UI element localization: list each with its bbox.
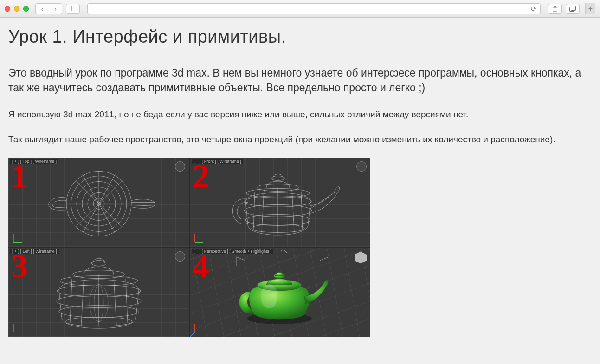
share-button[interactable] <box>548 4 562 14</box>
svg-line-29 <box>253 192 255 230</box>
svg-line-30 <box>301 192 303 230</box>
viewport-shade-icon <box>356 161 367 172</box>
viewport-top: [ + ] [ Top ] [ Wireframe ] 1 <box>8 158 189 247</box>
svg-point-32 <box>271 176 284 181</box>
svg-rect-4 <box>570 7 574 11</box>
reload-icon[interactable]: ⟳ <box>531 5 536 13</box>
teapot-shaded <box>229 259 331 329</box>
teapot-top-wireframe <box>39 165 159 243</box>
viewport-perspective: [ + ] [ Perspective ] [ Smooth + Highlig… <box>190 248 370 337</box>
svg-line-40 <box>81 276 84 326</box>
tabs-icon <box>569 6 576 12</box>
viewports-image: [ + ] [ Top ] [ Wireframe ] 1 <box>8 158 370 337</box>
viewcube-icon <box>355 251 367 263</box>
svg-point-45 <box>91 261 106 266</box>
maximize-window-button[interactable] <box>23 6 29 12</box>
back-button[interactable]: ‹ <box>36 4 49 14</box>
viewport-label: [ + ] [ Left ] [ Wireframe ] <box>10 249 59 254</box>
close-window-button[interactable] <box>5 6 10 12</box>
svg-rect-0 <box>70 6 76 11</box>
svg-point-51 <box>261 284 277 308</box>
axis-gizmo-icon <box>193 230 206 244</box>
axis-gizmo-icon <box>11 320 25 334</box>
viewport-left: [ + ] [ Left ] [ Wireframe ] 3 <box>8 248 189 337</box>
nav-history-group: ‹ › <box>35 3 62 14</box>
svg-line-28 <box>292 190 294 232</box>
viewport-label: [ + ] [ Perspective ] [ Smooth + Highlig… <box>192 249 273 254</box>
window-controls <box>5 6 29 12</box>
viewport-label: [ + ] [ Front ] [ Wireframe ] <box>192 159 243 164</box>
page-content: Урок 1. Интерфейс и примитивы. Это вводн… <box>0 18 600 364</box>
share-icon <box>552 6 558 12</box>
svg-line-33 <box>310 192 335 209</box>
paragraph-1: Я использую 3d max 2011, но не беда если… <box>8 108 592 121</box>
svg-line-43 <box>126 279 128 323</box>
viewport-front: [ + ] [ Front ] [ Wireframe ] 2 <box>190 158 370 247</box>
browser-toolbar: ‹ › ⟳ + <box>0 0 600 18</box>
new-tab-button[interactable]: + <box>585 3 595 14</box>
viewport-shade-icon <box>175 251 185 262</box>
svg-line-42 <box>70 279 72 323</box>
page-title: Урок 1. Интерфейс и примитивы. <box>8 27 592 47</box>
minimize-window-button[interactable] <box>14 6 19 12</box>
address-bar[interactable]: ⟳ <box>87 3 541 14</box>
viewport-shade-icon <box>175 161 185 172</box>
sidebar-icon <box>70 6 76 11</box>
svg-line-20 <box>131 205 155 206</box>
viewport-label: [ + ] [ Top ] [ Wireframe ] <box>10 159 58 164</box>
intro-paragraph: Это вводный урок по программе 3d max. В … <box>8 65 592 95</box>
teapot-front-wireframe <box>211 165 350 243</box>
tabs-button[interactable] <box>566 4 580 14</box>
forward-button[interactable]: › <box>49 4 62 14</box>
axis-gizmo-icon <box>193 320 206 334</box>
svg-rect-5 <box>571 6 576 10</box>
sidebar-toggle-button[interactable] <box>66 4 80 14</box>
teapot-left-wireframe <box>34 252 164 336</box>
svg-line-41 <box>114 276 116 326</box>
axis-gizmo-icon <box>11 230 25 244</box>
paragraph-2: Так выглядит наше рабочее пространство, … <box>8 133 592 146</box>
svg-line-27 <box>262 190 264 232</box>
